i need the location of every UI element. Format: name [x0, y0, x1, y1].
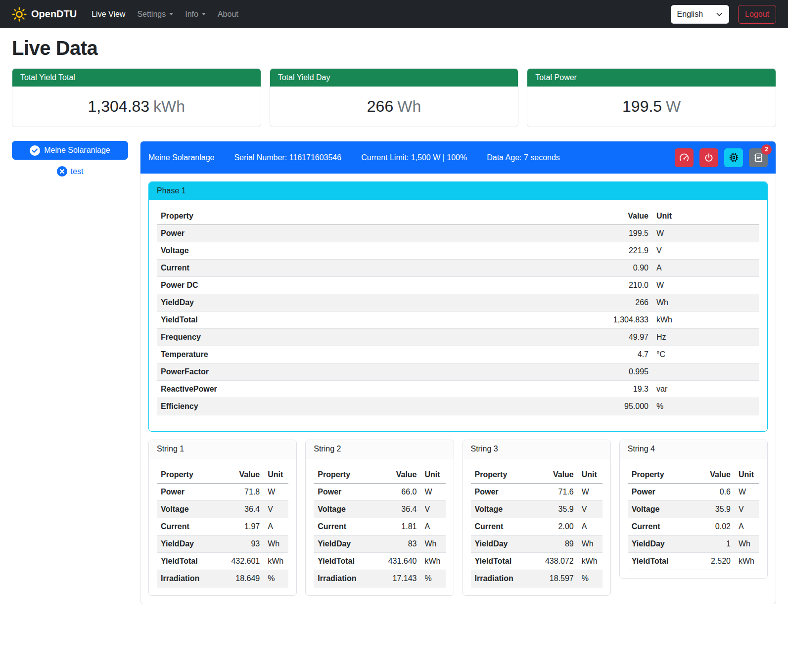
cell-unit: V — [735, 501, 759, 518]
event-count-badge: 2 — [761, 144, 772, 155]
table-row: YieldDay93Wh — [157, 536, 288, 553]
inverter-name: Meine Solaranlage — [148, 153, 214, 162]
cell-val: 71.8 — [221, 484, 264, 501]
string-card-title: String 4 — [620, 440, 767, 458]
table-row: PowerFactor0.995 — [157, 363, 759, 381]
cell-prop: Voltage — [314, 501, 378, 518]
brand-logo[interactable]: OpenDTU — [12, 7, 77, 22]
table-row: Voltage36.4V — [314, 501, 445, 518]
cell-prop: Temperature — [157, 346, 593, 363]
cell-val: 19.3 — [593, 381, 652, 398]
card-value: 1,304.83 — [88, 97, 150, 115]
cell-val: 1.81 — [378, 518, 421, 536]
cell-val: 431.640 — [378, 553, 421, 570]
cell-prop: Power — [157, 484, 221, 501]
string-2-table: Property Value Unit Power66.0WVoltage36.… — [314, 466, 445, 587]
inverter-test-link[interactable]: test — [12, 166, 128, 177]
cell-unit: Wh — [421, 536, 446, 553]
nav-item-live-view[interactable]: Live View — [88, 6, 129, 23]
inverter-select-button[interactable]: Meine Solaranlage — [12, 141, 128, 160]
caret-down-icon — [169, 13, 173, 15]
cell-val: 0.995 — [593, 363, 652, 381]
cell-unit: kWh — [578, 553, 603, 570]
cell-val: 432.601 — [221, 553, 264, 570]
event-log-button[interactable]: 2 — [749, 148, 768, 167]
cell-unit: W — [264, 484, 288, 501]
table-row: Voltage35.9V — [471, 501, 603, 518]
cell-unit: W — [578, 484, 603, 501]
cell-val: 36.4 — [378, 501, 421, 518]
device-info-button[interactable] — [724, 148, 743, 167]
cell-prop: Voltage — [471, 501, 535, 518]
nav-item-info[interactable]: Info — [181, 6, 210, 23]
table-row: YieldTotal1,304.833kWh — [157, 312, 759, 329]
cell-prop: Voltage — [157, 242, 593, 260]
cell-unit — [652, 363, 759, 381]
card-total-yield-total: Total Yield Total 1,304.83kWh — [12, 68, 261, 127]
table-row: Frequency49.97Hz — [157, 329, 759, 346]
col-header-unit: Unit — [652, 208, 759, 225]
table-row: Power DC210.0W — [157, 277, 759, 294]
cell-unit: kWh — [652, 312, 759, 329]
table-header-row: Property Value Unit — [314, 466, 445, 484]
table-row: Power0.6W — [628, 484, 759, 501]
cell-val: 438.072 — [535, 553, 578, 570]
cell-prop: Current — [157, 260, 593, 277]
col-header-value: Value — [692, 466, 735, 484]
cell-val: 18.597 — [535, 570, 578, 587]
inverter-panel-header: Meine Solaranlage Serial Number: 1161716… — [140, 141, 776, 174]
table-row: Voltage221.9V — [157, 242, 759, 260]
card-unit: Wh — [397, 97, 421, 115]
speedometer-icon — [679, 152, 690, 163]
cell-prop: ReactivePower — [157, 381, 593, 398]
cell-unit: % — [264, 570, 288, 587]
card-title: Total Yield Total — [12, 69, 261, 87]
brand-name: OpenDTU — [31, 8, 77, 20]
language-select[interactable]: English — [671, 5, 729, 24]
nav-item-about[interactable]: About — [214, 6, 242, 23]
cell-prop: Voltage — [628, 501, 692, 518]
phase-card: Phase 1 Property Value Unit Power199.5WV… — [148, 181, 768, 432]
cell-unit: W — [652, 277, 759, 294]
cell-unit: W — [652, 225, 759, 242]
cell-unit: A — [421, 518, 446, 536]
cell-prop: Efficiency — [157, 398, 593, 415]
card-value: 266 — [367, 97, 393, 115]
cell-prop: Current — [314, 518, 378, 536]
table-row: YieldTotal432.601kWh — [157, 553, 288, 570]
limit-settings-button[interactable] — [675, 148, 694, 167]
table-row: YieldTotal2.520kWh — [628, 553, 759, 570]
string-2-card: String 2 Property Value Unit — [305, 440, 454, 596]
nav-item-settings[interactable]: Settings — [133, 6, 177, 23]
cell-unit: A — [652, 260, 759, 277]
string-4-card: String 4 Property Value Unit — [619, 440, 768, 579]
power-toggle-button[interactable] — [699, 148, 718, 167]
cell-val: 4.7 — [593, 346, 652, 363]
cell-prop: Irradiation — [157, 570, 221, 587]
page-title: Live Data — [12, 37, 776, 59]
cell-val: 1,304.833 — [593, 312, 652, 329]
cell-prop: Voltage — [157, 501, 221, 518]
cell-val: 1 — [692, 536, 735, 553]
cell-unit: Hz — [652, 329, 759, 346]
cell-unit: W — [735, 484, 759, 501]
logout-button[interactable]: Logout — [738, 5, 776, 24]
cell-val: 49.97 — [593, 329, 652, 346]
table-row: Power66.0W — [314, 484, 445, 501]
cell-prop: Current — [628, 518, 692, 536]
table-row: Power71.6W — [471, 484, 603, 501]
table-row: YieldDay266Wh — [157, 294, 759, 312]
cpu-icon — [728, 152, 740, 163]
col-header-property: Property — [314, 466, 378, 484]
table-row: Power199.5W — [157, 225, 759, 242]
cell-unit: V — [421, 501, 446, 518]
cell-val: 71.6 — [535, 484, 578, 501]
table-row: Current1.81A — [314, 518, 445, 536]
cell-val: 221.9 — [593, 242, 652, 260]
card-title: Total Yield Day — [270, 69, 518, 87]
table-row: Temperature4.7°C — [157, 346, 759, 363]
cell-val: 66.0 — [378, 484, 421, 501]
col-header-property: Property — [157, 466, 221, 484]
cell-unit: kWh — [421, 553, 446, 570]
cell-unit: Wh — [578, 536, 603, 553]
